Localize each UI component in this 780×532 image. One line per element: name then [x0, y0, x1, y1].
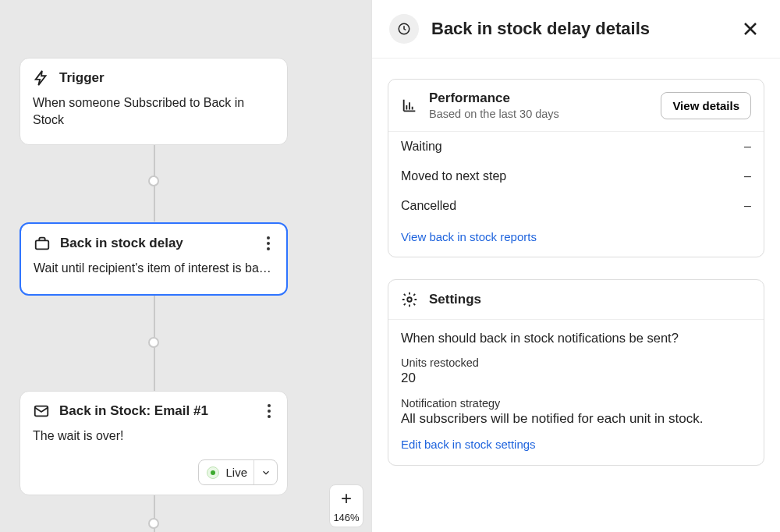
stat-label: Moved to next step [401, 169, 506, 183]
flow-canvas[interactable]: Trigger When someone Subscribed to Back … [0, 0, 371, 532]
node-menu-button[interactable] [257, 232, 280, 255]
status-label: Live [225, 466, 247, 479]
node-description: When someone Subscribed to Back in Stock [33, 94, 275, 129]
stat-row: Waiting – [388, 132, 764, 161]
node-title: Trigger [59, 70, 105, 86]
node-description: The wait is over! [33, 427, 275, 445]
close-icon [741, 20, 760, 38]
stat-row: Cancelled – [388, 191, 764, 221]
zoom-level: 146% [333, 512, 359, 527]
connector-node[interactable] [148, 337, 159, 348]
edit-settings-link[interactable]: Edit back in stock settings [401, 438, 751, 451]
performance-subtitle: Based on the last 30 days [429, 108, 650, 120]
zoom-control: + 146% [329, 484, 363, 527]
bolt-icon [33, 69, 50, 87]
details-panel: Back in stock delay details Performance [371, 0, 780, 532]
node-title: Back in Stock: Email #1 [59, 403, 208, 419]
node-menu-button[interactable] [257, 399, 281, 423]
bar-chart-icon [401, 97, 418, 114]
settings-title: Settings [429, 292, 751, 307]
notification-strategy-label: Notification strategy [401, 397, 751, 410]
stat-row: Moved to next step – [388, 161, 764, 191]
gear-icon [401, 291, 418, 308]
notification-strategy-value: All subscribers will be notified for eac… [401, 411, 751, 427]
connector-node[interactable] [148, 176, 159, 186]
units-restocked-label: Units restocked [401, 356, 751, 369]
units-restocked-value: 20 [401, 371, 751, 386]
settings-card: Settings When should back in stock notif… [388, 279, 764, 466]
panel-title: Back in stock delay details [431, 19, 725, 39]
close-button[interactable] [738, 16, 763, 41]
svg-point-3 [407, 297, 412, 302]
clock-icon [397, 22, 411, 36]
flow-node-delay[interactable]: Back in stock delay Wait until recipient… [20, 222, 288, 296]
briefcase-icon [34, 235, 51, 252]
stat-label: Waiting [401, 140, 442, 154]
chevron-down-icon [254, 460, 277, 484]
panel-header-icon-wrap [389, 14, 419, 44]
performance-card: Performance Based on the last 30 days Vi… [388, 79, 764, 257]
stat-value: – [744, 140, 751, 154]
stat-value: – [744, 169, 751, 183]
node-title: Back in stock delay [60, 236, 183, 251]
flow-node-trigger[interactable]: Trigger When someone Subscribed to Back … [20, 58, 288, 145]
connector-node[interactable] [148, 518, 159, 529]
node-description: Wait until recipient's item of interest … [34, 260, 274, 277]
kebab-icon [267, 236, 270, 250]
stat-value: – [744, 199, 751, 213]
svg-rect-0 [36, 240, 49, 249]
panel-header: Back in stock delay details [372, 0, 780, 59]
status-dot-icon [207, 466, 219, 479]
settings-question: When should back in stock notifications … [401, 331, 751, 346]
flow-node-email[interactable]: Back in Stock: Email #1 The wait is over… [20, 391, 288, 495]
stat-label: Cancelled [401, 199, 456, 213]
view-details-button[interactable]: View details [661, 92, 751, 119]
zoom-in-button[interactable]: + [341, 485, 352, 512]
kebab-icon [268, 404, 271, 418]
performance-title: Performance [429, 90, 650, 106]
mail-icon [33, 403, 50, 420]
view-reports-link[interactable]: View back in stock reports [401, 230, 537, 243]
status-dropdown[interactable]: Live [198, 459, 278, 485]
